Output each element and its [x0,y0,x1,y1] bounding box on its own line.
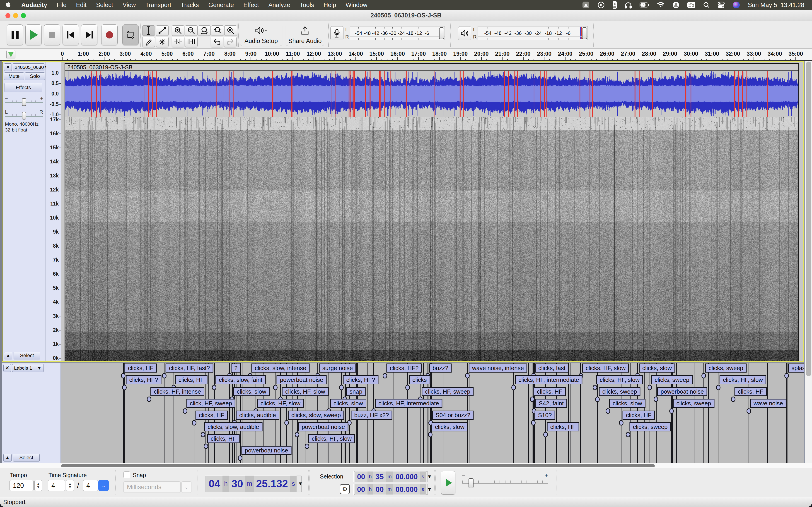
snap-dropdown-chevron[interactable]: ⌄ [182,482,192,493]
pan-slider-thumb[interactable] [22,112,26,119]
labels-track-content[interactable]: clicks, HFclicks, HF, fast??clicks, slow… [61,363,804,463]
label-surge-noise[interactable]: surge noise [319,363,356,373]
menu-item-help[interactable]: Help [319,2,341,9]
label-clicks-slow[interactable]: clicks, slow [639,363,675,373]
tempo-stepper[interactable]: ▲▼ [35,480,42,491]
siri-icon[interactable] [732,1,740,9]
collapse-labels-track-button[interactable]: ▲ [3,454,11,461]
snap-checkbox[interactable] [123,471,130,478]
label-wave-noise[interactable]: wave noise [750,399,786,408]
label-handle[interactable] [147,397,151,402]
clip-title[interactable]: 240505_063019-OS-J-SB [65,64,798,71]
multi-tool-button[interactable] [156,37,168,47]
audio-track-content[interactable]: 240505_063019-OS-J-SB [61,62,803,361]
horizontal-scrollbar-thumb[interactable] [61,464,655,467]
meter-range-handle[interactable] [582,27,587,39]
time-signature-lower-value[interactable]: 4 [83,480,98,491]
label-clicks-slow-audible[interactable]: clicks, slow, audible [204,422,263,432]
time-signature-stepper[interactable]: ▲▼ [66,480,74,491]
menu-item-effect[interactable]: Effect [239,2,264,9]
selection-end-display[interactable]: 00h00m00.000s▼ [353,484,428,495]
mute-button[interactable]: Mute [4,72,24,80]
label-handle[interactable] [531,420,536,426]
menu-item-transport[interactable]: Transport [141,2,176,9]
label-handle[interactable] [121,373,125,379]
label-clicks-hf-[interactable]: clicks, HF? [126,375,161,384]
track-name-menu[interactable]: 240505_0630▼ [13,63,44,71]
microphone-icon[interactable] [330,26,344,40]
label-clicks-hf[interactable]: clicks, HF [175,375,208,384]
label-handle[interactable] [183,408,187,414]
vertical-scrollbar[interactable] [805,61,812,463]
label-clicks-hf-intermediate[interactable]: clicks, HF, intermediate [375,399,442,408]
menu-item-analyze[interactable]: Analyze [264,2,295,9]
label-handle[interactable] [784,373,789,379]
label-wave-noise-intense[interactable]: wave noise, intense [469,363,527,373]
label-powerboat-noise[interactable]: powerboat noise [242,446,292,455]
timeline-options-button[interactable] [6,50,15,59]
label-handle[interactable] [204,444,208,449]
label-handle[interactable] [405,385,410,390]
zoom-in-tool-button[interactable] [172,25,185,36]
label-clicks-hf-slow[interactable]: clicks, HF, slow [720,375,766,384]
label-clicks-hf-slow[interactable]: clicks, HF, slow [282,387,328,396]
label-handle[interactable] [122,385,126,390]
label-handle[interactable] [238,455,242,461]
label-clicks-sweep[interactable]: clicks, sweep [705,363,747,373]
close-track-button[interactable]: ✕ [4,63,12,71]
label-buzz-hf-x2-[interactable]: buzz, HF x2? [351,410,392,419]
playback-meter[interactable]: LR -54-48-42-36-30-24-18-12-6 [458,26,588,40]
horizontal-scrollbar[interactable] [0,463,812,468]
label-s04-or-buzz-[interactable]: S04 or buzz? [432,410,473,419]
audio-position-display[interactable]: 04h30m25.132s▼ [205,475,302,492]
label-powerboat-noise[interactable]: powerboat noise [657,387,707,396]
label-handle[interactable] [701,373,706,379]
menu-item-edit[interactable]: Edit [71,2,92,9]
headphones-icon[interactable] [625,1,632,9]
label-handle[interactable] [530,397,535,402]
label--[interactable]: ? [231,363,241,373]
label-handle[interactable] [731,397,735,402]
label-handle[interactable] [606,408,610,414]
skip-to-end-button[interactable] [81,24,97,45]
label-powerboat-noise[interactable]: powerboat noise [276,375,327,384]
label-handle[interactable] [465,373,470,379]
menu-item-generate[interactable]: Generate [204,2,239,9]
label-handle[interactable] [305,444,309,449]
recording-meter[interactable]: LR -54-48-42-36-30-24-18-12-6 [330,26,445,40]
play-speed-slider[interactable] [462,483,548,484]
snap-mode-dropdown[interactable]: Milliseconds [123,482,181,493]
playback-meter-bar[interactable]: -54-48-42-36-30-24-18-12-6 [477,26,588,40]
account-icon[interactable] [672,1,679,9]
time-display-dropdown-arrow[interactable]: ▼ [298,481,303,487]
label-clicks-slow[interactable]: clicks, slow [609,399,646,408]
gain-slider[interactable]: −+ [5,97,43,106]
label-handle[interactable] [428,432,433,437]
tempo-input[interactable]: 120 [9,480,34,491]
label-buzz-[interactable]: buzz? [429,363,452,373]
label-clicks-hf-sweep[interactable]: clicks, HF, sweep [422,387,473,396]
pause-button[interactable] [7,24,23,45]
label-clicks-slow[interactable]: clicks, slow [432,422,468,432]
label-handle[interactable] [716,385,720,390]
label-clicks-slow-sweep[interactable]: clicks, slow, sweep [288,410,344,419]
wifi-icon[interactable] [657,2,664,8]
menu-item-file[interactable]: File [52,2,71,9]
label-handle[interactable] [543,432,548,437]
label-handle[interactable] [654,397,658,402]
label-s42-faint[interactable]: S42, faint [536,399,567,408]
loop-button[interactable] [122,24,139,45]
labels-track-name-menu[interactable]: Labels 1▼ [12,364,44,372]
label-clicks-sweep[interactable]: clicks, sweep [651,375,693,384]
label-clicks-hf[interactable]: clicks, HF [547,422,579,432]
label-clicks-hf[interactable]: clicks, HF [196,410,228,419]
menu-item-select[interactable]: Select [91,2,118,9]
label-clicks-audible[interactable]: clicks, audible [236,410,280,419]
label-handle[interactable] [511,385,516,390]
label-clicks-hf-slow[interactable]: clicks, HF, slow [308,434,355,443]
time-signature-upper-input[interactable]: 4 [48,480,65,491]
labels-select-button[interactable]: Select [13,454,40,461]
label-s10-[interactable]: S10? [535,410,555,419]
zoom-fit-tool-button[interactable] [211,25,224,36]
recording-meter-bar[interactable]: -54-48-42-36-30-24-18-12-6 [350,26,445,40]
